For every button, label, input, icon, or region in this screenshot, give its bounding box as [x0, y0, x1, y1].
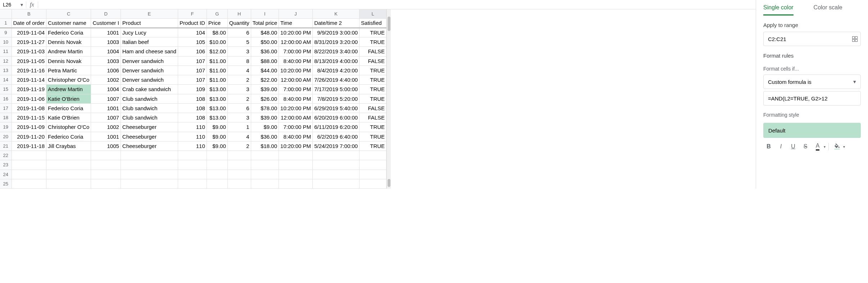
- cell[interactable]: $13.00: [207, 113, 227, 122]
- cell[interactable]: [279, 179, 313, 188]
- cell[interactable]: 1007: [91, 94, 121, 103]
- cell[interactable]: Andrew Martin: [46, 47, 91, 56]
- formula-field[interactable]: [768, 95, 856, 102]
- cell[interactable]: 1004: [91, 47, 121, 56]
- cell[interactable]: 1006: [91, 66, 121, 75]
- row-header-23[interactable]: 23: [0, 160, 12, 170]
- fill-color-button[interactable]: [832, 142, 842, 152]
- cell[interactable]: [178, 151, 207, 160]
- column-header-I[interactable]: I: [251, 9, 279, 18]
- cell[interactable]: 8:40:00 PM: [279, 132, 313, 141]
- cell[interactable]: 6/2/2019 6:40:00: [313, 132, 360, 141]
- cell[interactable]: 7/8/2019 5:20:00: [313, 94, 360, 103]
- bold-button[interactable]: B: [763, 142, 774, 152]
- cell[interactable]: Katie O'Brien: [46, 113, 91, 122]
- cell[interactable]: $36.00: [251, 47, 279, 56]
- cell[interactable]: 1003: [91, 37, 121, 47]
- row-header-25[interactable]: 25: [0, 179, 12, 188]
- row-header-9[interactable]: 9: [0, 28, 12, 37]
- cell[interactable]: [251, 160, 279, 170]
- cell[interactable]: 10:20:00 PM: [279, 103, 313, 113]
- cell[interactable]: 7:00:00 PM: [279, 47, 313, 56]
- column-header-K[interactable]: K: [313, 9, 360, 18]
- row-header-10[interactable]: 10: [0, 37, 12, 47]
- cell[interactable]: 5: [227, 37, 251, 47]
- column-header-L[interactable]: L: [360, 9, 386, 18]
- cell[interactable]: [313, 179, 360, 188]
- cell[interactable]: $36.00: [251, 132, 279, 141]
- select-all-corner[interactable]: [0, 9, 12, 18]
- cell[interactable]: 2019-11-05: [12, 56, 46, 66]
- cell[interactable]: TRUE: [360, 94, 386, 103]
- cell[interactable]: 1001: [91, 103, 121, 113]
- cell[interactable]: 6: [227, 103, 251, 113]
- cell[interactable]: 2019-11-09: [12, 122, 46, 132]
- row-header-13[interactable]: 13: [0, 66, 12, 75]
- cell[interactable]: Christopher O'Co: [46, 75, 91, 85]
- column-header-J[interactable]: J: [279, 9, 313, 18]
- cell[interactable]: TRUE: [360, 66, 386, 75]
- cell[interactable]: $9.00: [207, 122, 227, 132]
- row-header-17[interactable]: 17: [0, 103, 12, 113]
- cell[interactable]: TRUE: [360, 28, 386, 37]
- cell[interactable]: 110: [178, 122, 207, 132]
- cell[interactable]: $13.00: [207, 85, 227, 94]
- cell[interactable]: [313, 160, 360, 170]
- row-header-21[interactable]: 21: [0, 141, 12, 151]
- cell[interactable]: 10:20:00 PM: [279, 28, 313, 37]
- column-header-D[interactable]: D: [91, 9, 121, 18]
- cell[interactable]: 12:00:00 AM: [279, 113, 313, 122]
- column-header-C[interactable]: C: [46, 9, 91, 18]
- underline-button[interactable]: U: [788, 142, 799, 152]
- cell[interactable]: Dennis Novak: [46, 56, 91, 66]
- cell[interactable]: 109: [178, 85, 207, 94]
- column-header-B[interactable]: B: [12, 9, 46, 18]
- cell[interactable]: [12, 160, 46, 170]
- row-header-14[interactable]: 14: [0, 75, 12, 85]
- cell[interactable]: [360, 160, 386, 170]
- cell[interactable]: [91, 151, 121, 160]
- cell[interactable]: 8:40:00 PM: [279, 94, 313, 103]
- cell[interactable]: 2019-11-16: [12, 66, 46, 75]
- cell[interactable]: 12:00:00 AM: [279, 75, 313, 85]
- cell[interactable]: 8: [227, 56, 251, 66]
- cell[interactable]: [178, 179, 207, 188]
- cell[interactable]: 10:20:00 PM: [279, 66, 313, 75]
- chevron-down-icon[interactable]: ▾: [843, 145, 845, 149]
- cell[interactable]: [251, 179, 279, 188]
- cell[interactable]: 1001: [91, 132, 121, 141]
- cell[interactable]: 1007: [91, 113, 121, 122]
- cell[interactable]: Denver sandwich: [121, 66, 178, 75]
- cell[interactable]: 2019-11-20: [12, 132, 46, 141]
- cell[interactable]: [360, 170, 386, 179]
- apply-to-range-input[interactable]: [763, 32, 861, 46]
- cell[interactable]: [251, 170, 279, 179]
- cell[interactable]: 5/24/2019 7:00:00: [313, 141, 360, 151]
- cell[interactable]: 2: [227, 141, 251, 151]
- cell[interactable]: TRUE: [360, 75, 386, 85]
- cell[interactable]: 2019-11-06: [12, 94, 46, 103]
- cell[interactable]: [178, 170, 207, 179]
- cell[interactable]: $8.00: [207, 28, 227, 37]
- formula-input[interactable]: [38, 0, 756, 9]
- cell[interactable]: Andrew Martin: [46, 85, 91, 94]
- cell[interactable]: Jucy Lucy: [121, 28, 178, 37]
- cell[interactable]: $11.00: [207, 75, 227, 85]
- cell[interactable]: FALSE: [360, 56, 386, 66]
- cell[interactable]: 2019-11-03: [12, 47, 46, 56]
- italic-button[interactable]: I: [776, 142, 786, 152]
- cell[interactable]: [121, 179, 178, 188]
- cell[interactable]: 107: [178, 75, 207, 85]
- header-cell[interactable]: Product ID: [178, 18, 207, 28]
- cell[interactable]: Christopher O'Co: [46, 122, 91, 132]
- cell[interactable]: 2019-11-08: [12, 103, 46, 113]
- row-header-1[interactable]: 1: [0, 18, 12, 28]
- cell[interactable]: Federico Coria: [46, 103, 91, 113]
- cell[interactable]: FALSE: [360, 103, 386, 113]
- cell[interactable]: 9/9/2019 3:00:00: [313, 28, 360, 37]
- header-cell[interactable]: Product: [121, 18, 178, 28]
- scrollbar-thumb[interactable]: [388, 179, 390, 187]
- cell[interactable]: 7:00:00 PM: [279, 85, 313, 94]
- cell[interactable]: [178, 160, 207, 170]
- cell[interactable]: $88.00: [251, 56, 279, 66]
